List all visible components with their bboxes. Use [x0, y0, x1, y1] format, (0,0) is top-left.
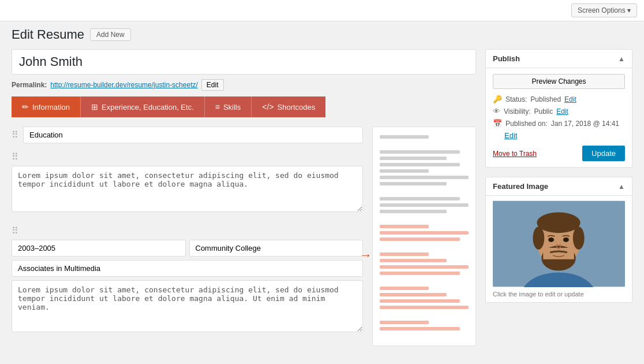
page-title: Edit Resume: [12, 27, 84, 42]
status-label: Status:: [506, 95, 527, 103]
tab-skills[interactable]: ≡ Skills: [205, 96, 252, 117]
preview-line-9: [380, 203, 469, 207]
publish-box: Publish ▲ Preview Changes 🔑 Status: Publ…: [485, 49, 632, 168]
add-new-button[interactable]: Add New: [90, 28, 131, 41]
preview-line-red-11: [380, 306, 469, 309]
featured-image-title: Featured Image: [493, 182, 548, 191]
update-button[interactable]: Update: [582, 146, 625, 161]
preview-line-4: [380, 163, 460, 166]
resume-title-input[interactable]: [12, 49, 476, 75]
preview-line-8: [380, 197, 460, 200]
preview-line-red-7: [380, 272, 460, 275]
permalink-label: Permalink:: [12, 81, 47, 89]
calendar-icon: 📅: [493, 119, 502, 128]
preview-lines-top: [380, 135, 469, 330]
preview-line-3: [380, 157, 447, 160]
year-range-input[interactable]: [12, 240, 186, 257]
published-value: Jan 17, 2018 @ 14:41: [551, 120, 619, 128]
screen-options-button[interactable]: Screen Options ▾: [571, 3, 637, 17]
drag-handle-icon[interactable]: ⠿: [12, 129, 18, 140]
list-icon: ≡: [215, 102, 220, 112]
preview-line-red-10: [380, 299, 460, 303]
eye-icon: 👁: [493, 107, 500, 116]
tab-shortcodes-label: Shortcodes: [278, 103, 316, 112]
form-area: ⠿ ⠿ Lorem ipsum dolor sit amet, consecte…: [12, 127, 363, 346]
section-education-entry-header: ⠿: [12, 225, 363, 236]
svg-point-9: [548, 237, 554, 242]
status-edit-link[interactable]: Edit: [564, 95, 576, 103]
move-to-trash-link[interactable]: Move to Trash: [493, 150, 537, 158]
page-title-area: Edit Resume Add New: [0, 21, 644, 42]
preview-line-red-4: [380, 252, 429, 256]
preview-changes-button[interactable]: Preview Changes: [493, 74, 625, 89]
lock-icon: 🔑: [493, 95, 502, 103]
status-row: 🔑 Status: Published Edit: [493, 95, 625, 103]
grid-icon: ⊞: [91, 102, 98, 112]
preview-area: →: [372, 127, 476, 346]
entry-body-textarea[interactable]: Lorem ipsum dolor sit amet, consectetur …: [12, 280, 363, 332]
tab-experience-label: Experience, Education, Etc.: [102, 103, 194, 112]
tab-skills-label: Skills: [223, 103, 241, 112]
svg-rect-8: [543, 248, 574, 259]
publish-box-body: Preview Changes 🔑 Status: Published Edit…: [486, 68, 632, 167]
pencil-icon: ✏: [22, 102, 29, 112]
degree-input[interactable]: [12, 260, 363, 277]
published-row: 📅 Published on: Jan 17, 2018 @ 14:41: [493, 119, 625, 128]
preview-line-red-9: [380, 293, 447, 296]
institution-input[interactable]: [189, 240, 364, 257]
featured-image-caption: Click the image to edit or update: [493, 291, 625, 298]
preview-line-red-3: [380, 237, 460, 241]
preview-line-red-1: [380, 225, 429, 228]
preview-line-7: [380, 182, 447, 185]
preview-line-red-6: [380, 265, 469, 269]
section-education-body-header: ⠿: [12, 151, 363, 162]
svg-point-5: [533, 226, 544, 250]
section-education: ⠿: [12, 127, 363, 143]
preview-line-red-13: [380, 327, 460, 330]
drag-handle-2-icon[interactable]: ⠿: [12, 151, 18, 162]
permalink-edit-button[interactable]: Edit: [201, 79, 224, 91]
code-icon: </>: [262, 102, 274, 112]
preview-line-red-5: [380, 259, 447, 262]
section-education-body: ⠿ Lorem ipsum dolor sit amet, consectetu…: [12, 151, 363, 217]
preview-line-red-12: [380, 321, 429, 324]
tab-shortcodes[interactable]: </> Shortcodes: [252, 96, 325, 117]
preview-line-red-8: [380, 287, 429, 290]
chevron-up-icon: ▲: [618, 55, 625, 63]
svg-point-10: [563, 237, 569, 242]
content-preview-row: ⠿ ⠿ Lorem ipsum dolor sit amet, consecte…: [12, 127, 476, 346]
section-education-entry: ⠿ Lorem ipsum dolor sit amet, consectetu…: [12, 225, 363, 337]
tab-information[interactable]: ✏ Information: [12, 96, 81, 117]
permalink-row: Permalink: http://resume-builder.dev/res…: [12, 79, 476, 91]
preview-line-6: [380, 176, 469, 179]
preview-line-1: [380, 135, 429, 139]
right-column: Publish ▲ Preview Changes 🔑 Status: Publ…: [485, 49, 632, 346]
visibility-row: 👁 Visibility: Public Edit: [493, 107, 625, 116]
tabs-bar: ✏ Information ⊞ Experience, Education, E…: [12, 96, 476, 117]
svg-point-6: [573, 226, 585, 250]
visibility-value: Public: [534, 107, 553, 116]
published-label: Published on:: [506, 120, 548, 128]
svg-point-4: [537, 212, 580, 233]
left-column: Permalink: http://resume-builder.dev/res…: [12, 49, 476, 346]
publish-box-header: Publish ▲: [486, 50, 632, 68]
published-edit-link[interactable]: Edit: [504, 131, 517, 140]
visibility-edit-link[interactable]: Edit: [556, 107, 568, 116]
chevron-up-icon-2: ▲: [618, 183, 625, 191]
drag-handle-3-icon[interactable]: ⠿: [12, 225, 18, 236]
tab-experience[interactable]: ⊞ Experience, Education, Etc.: [81, 96, 205, 117]
status-value: Published: [530, 95, 561, 103]
preview-line-5: [380, 169, 429, 173]
main-layout: Permalink: http://resume-builder.dev/res…: [0, 42, 644, 358]
featured-image-thumbnail[interactable]: [493, 200, 625, 287]
section-education-header: ⠿: [12, 127, 363, 143]
section-education-title-input[interactable]: [23, 127, 363, 143]
year-institution-row: [12, 240, 363, 257]
permalink-url[interactable]: http://resume-builder.dev/resume/justin-…: [50, 81, 197, 89]
preview-card: [372, 127, 476, 346]
top-bar: Screen Options ▾: [0, 0, 644, 21]
preview-line-2: [380, 150, 460, 154]
section-education-body-textarea[interactable]: Lorem ipsum dolor sit amet, consectetur …: [12, 166, 363, 212]
featured-image-area: Click the image to edit or update: [486, 196, 632, 302]
featured-image-header: Featured Image ▲: [486, 177, 632, 196]
